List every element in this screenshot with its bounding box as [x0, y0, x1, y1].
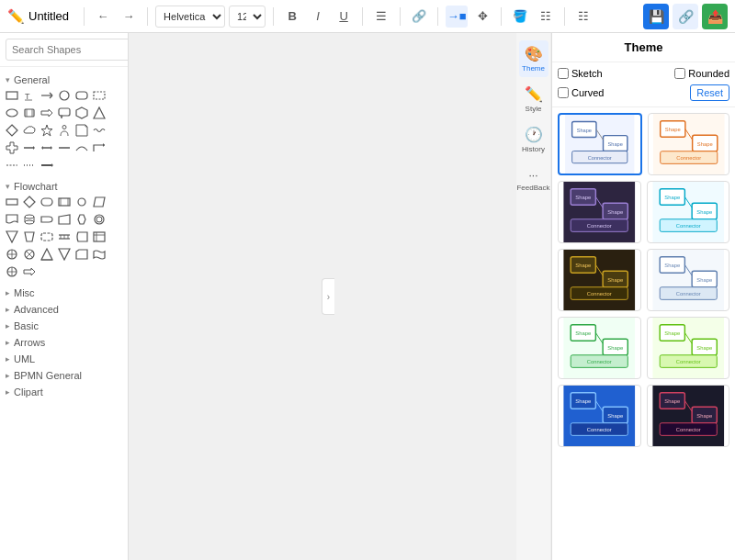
fc-delay[interactable] [39, 211, 55, 228]
shape-triangle[interactable] [91, 105, 107, 121]
fc-preparation[interactable] [74, 211, 90, 228]
theme-card-green[interactable]: Shape Shape Connector [558, 317, 641, 379]
shape-arrow[interactable] [39, 105, 55, 121]
section-uml[interactable]: ▸ UML [4, 350, 124, 366]
fc-punched-tape[interactable] [91, 246, 107, 263]
fc-right-arrow[interactable] [21, 263, 38, 280]
rounded-input[interactable] [674, 68, 685, 79]
export-button[interactable]: 📤 [702, 4, 728, 29]
collapse-right-button[interactable]: › [322, 278, 334, 315]
shape-ellipse-h[interactable] [4, 105, 20, 121]
shape-rounded[interactable] [74, 87, 90, 104]
shape-text[interactable]: T [21, 87, 38, 104]
fc-data[interactable] [91, 194, 107, 210]
shape-long-arrow[interactable] [39, 157, 55, 174]
curved-checkbox[interactable]: Curved [558, 87, 604, 98]
sketch-input[interactable] [558, 68, 569, 79]
connect-button[interactable]: →■ [446, 6, 468, 28]
reset-button[interactable]: Reset [690, 84, 729, 101]
section-advanced[interactable]: ▸ Advanced [4, 300, 124, 317]
fc-parallel-mode[interactable] [56, 229, 73, 245]
theme-card-gray-blue[interactable]: Shape Shape Connector [647, 249, 730, 311]
undo-button[interactable]: ← [92, 6, 114, 28]
theme-card-orange[interactable]: Shape Shape Connector [648, 113, 730, 175]
italic-button[interactable]: I [307, 6, 329, 28]
section-arrows[interactable]: ▸ Arrows [4, 333, 124, 350]
waypoint-button[interactable]: ✥ [471, 6, 493, 28]
font-selector[interactable]: Helvetica [155, 6, 225, 28]
sketch-checkbox[interactable]: Sketch [558, 68, 603, 79]
shape-diamond[interactable] [4, 122, 20, 139]
theme-card-dark-gold[interactable]: Shape Shape Connector [558, 249, 641, 311]
bold-button[interactable]: B [281, 6, 303, 28]
fc-alt-process[interactable] [39, 229, 55, 245]
theme-card-dark-red[interactable]: Shape Shape Connector [647, 385, 730, 447]
fc-decision[interactable] [21, 194, 38, 210]
fc-document[interactable] [4, 211, 20, 228]
shape-line-arrow[interactable] [21, 140, 38, 156]
shape-elbow[interactable] [91, 140, 107, 156]
search-input[interactable] [6, 39, 129, 61]
section-general[interactable]: ▾ General [4, 71, 124, 87]
shape-cloud[interactable] [21, 122, 38, 139]
curved-input[interactable] [558, 87, 569, 98]
shape-line[interactable] [39, 87, 55, 104]
font-size-selector[interactable]: 12 [229, 6, 266, 28]
shape-process[interactable] [21, 105, 38, 121]
fill-button[interactable]: 🪣 [509, 6, 531, 28]
fc-manual-op[interactable] [21, 229, 38, 245]
fc-database[interactable] [21, 211, 38, 228]
fc-stored-data[interactable] [74, 229, 90, 245]
shape-straight-line[interactable] [56, 140, 73, 156]
shape-person[interactable] [56, 122, 73, 139]
section-basic[interactable]: ▸ Basic [4, 317, 124, 333]
theme-card-cyan[interactable]: Shape Shape Connector [647, 181, 730, 243]
shape-dash-rect[interactable] [91, 87, 107, 104]
shape-rect[interactable] [4, 87, 20, 104]
more-button[interactable]: ☷ [535, 6, 557, 28]
link-button[interactable]: 🔗 [408, 6, 430, 28]
shape-hexagon[interactable] [74, 105, 90, 121]
rounded-checkbox[interactable]: Rounded [674, 68, 729, 79]
theme-card-lime-green[interactable]: Shape Shape Connector [647, 317, 730, 379]
shape-curved-line[interactable] [74, 140, 90, 156]
section-flowchart[interactable]: ▾ Flowchart [4, 177, 124, 194]
fc-card[interactable] [74, 246, 90, 263]
shape-dotted-line[interactable] [21, 157, 38, 174]
section-bpmn[interactable]: ▸ BPMN General [4, 366, 124, 383]
theme-card-bright-blue[interactable]: Shape Shape Connector [558, 385, 641, 447]
side-icon-style[interactable]: ✏️ Style [519, 81, 548, 118]
side-icon-theme[interactable]: 🎨 Theme [519, 40, 548, 77]
shape-wavy[interactable] [91, 122, 107, 139]
fc-connector-small[interactable] [74, 194, 90, 210]
side-icon-history[interactable]: 🕐 History [519, 121, 548, 158]
shape-cross[interactable] [4, 140, 20, 156]
save-button[interactable]: 💾 [643, 4, 669, 29]
section-clipart[interactable]: ▸ Clipart [4, 383, 124, 399]
theme-card-dark-purple[interactable]: Shape Shape Connector [558, 181, 641, 243]
theme-card-default[interactable]: Shape Shape Connector [558, 113, 642, 175]
fc-terminator[interactable] [39, 194, 55, 210]
fc-merge[interactable] [56, 246, 73, 263]
table-button[interactable]: ☷ [572, 6, 594, 28]
section-misc[interactable]: ▸ Misc [4, 284, 124, 300]
underline-button[interactable]: U [333, 6, 355, 28]
align-button[interactable]: ☰ [370, 6, 392, 28]
fc-predefined[interactable] [56, 194, 73, 210]
fc-manual-input[interactable] [56, 211, 73, 228]
fc-extract[interactable] [39, 246, 55, 263]
shape-circle[interactable] [56, 87, 73, 104]
shape-note[interactable] [74, 122, 90, 139]
fc-start-end[interactable] [91, 211, 107, 228]
fc-and[interactable] [21, 246, 38, 263]
fc-process[interactable] [4, 194, 20, 210]
side-icon-feedback[interactable]: ··· FeedBack [519, 162, 548, 198]
shape-star[interactable] [39, 122, 55, 139]
fc-internal-storage[interactable] [91, 229, 107, 245]
shape-dash-line[interactable] [4, 157, 20, 174]
fc-triangle-down[interactable] [4, 229, 20, 245]
share-button[interactable]: 🔗 [673, 4, 698, 29]
redo-button[interactable]: → [118, 6, 140, 28]
shape-dbl-arrow[interactable] [39, 140, 55, 156]
fc-or[interactable] [4, 246, 20, 263]
